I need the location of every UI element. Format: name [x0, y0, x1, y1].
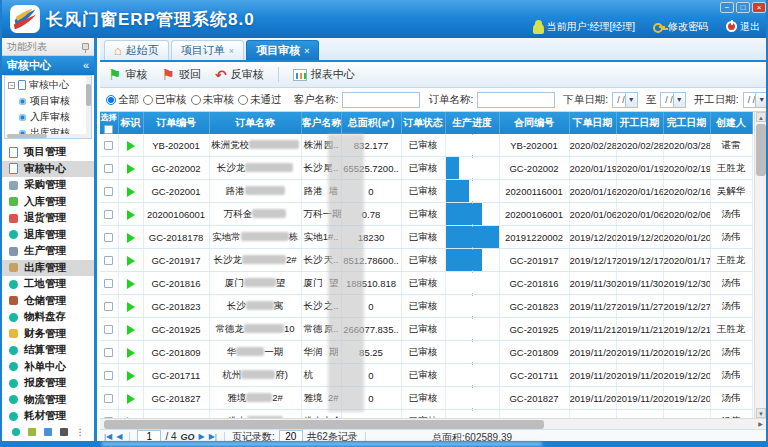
sidebar-menu-item[interactable]: 审核中心	[2, 161, 94, 178]
maximize-button[interactable]: □	[736, 2, 750, 13]
toolbar-button[interactable]: 审核	[108, 66, 147, 84]
row-checkbox[interactable]	[104, 233, 113, 242]
tree-collapse-icon[interactable]: −	[8, 82, 15, 89]
column-header[interactable]: 标识	[118, 112, 143, 134]
table-row[interactable]: GC-201816 厦门望 厦门望 188510.818 已审核 GC-2018…	[100, 272, 752, 295]
scroll-right-icon[interactable]: ▶	[756, 420, 765, 429]
vertical-scrollbar[interactable]: ▲ ▼	[754, 112, 766, 418]
tab-close-icon[interactable]: ×	[304, 46, 309, 56]
table-row[interactable]: GC-201823 长沙寓 长沙之.. 0 已审核 GC-201823 2019…	[100, 295, 752, 318]
table-row[interactable]: GC-202002 长沙龙 长沙尾.. 65525.7200.. 已审核 GC-…	[100, 157, 752, 180]
sidebar-menu-item[interactable]: 入库管理	[2, 194, 94, 211]
pen-icon[interactable]	[44, 428, 52, 436]
row-checkbox[interactable]	[104, 256, 113, 265]
column-header[interactable]: 下单日期	[569, 112, 616, 134]
radio-input[interactable]	[238, 95, 248, 105]
row-checkbox[interactable]	[104, 348, 113, 357]
row-checkbox[interactable]	[104, 210, 113, 219]
tree-horizontal-scrollbar[interactable]	[5, 134, 91, 138]
radio-input[interactable]	[143, 95, 153, 105]
sidebar-menu-item[interactable]: 物料盘存	[2, 309, 94, 326]
table-row[interactable]: YB-202001 株洲党校 株洲园.. 832.177 已审核 YB-2020…	[100, 134, 752, 157]
toolbar-button[interactable]: 驳回	[161, 66, 200, 84]
sidebar-menu-item[interactable]: 财务管理	[2, 326, 94, 343]
order-date-input[interactable]: / /▼	[612, 92, 638, 108]
go-button[interactable]: GO	[181, 432, 195, 442]
column-header[interactable]: 生产进度	[445, 112, 499, 134]
sidebar-menu-item[interactable]: 补单中心	[2, 359, 94, 376]
sidebar-menu-item[interactable]: 耗材管理	[2, 408, 94, 425]
table-row[interactable]: GC-201827 雅境2# 雅境2# 0 已审核 GC-201827 2019…	[100, 387, 752, 410]
book-icon[interactable]	[60, 428, 68, 436]
table-row[interactable]: GC-201711 杭州府) 杭 0 已审核 GC-201711 2019/11…	[100, 364, 752, 387]
tab[interactable]: ⌂ 起始页	[104, 40, 169, 60]
sidebar-menu-item[interactable]: 项目管理	[2, 144, 94, 161]
column-header[interactable]: 创建人	[710, 112, 752, 134]
sidebar-menu-item[interactable]: 采购管理	[2, 177, 94, 194]
radio-input[interactable]	[106, 95, 116, 105]
filter-radio-option[interactable]: 已审核	[143, 93, 187, 107]
chevron-down-icon[interactable]: ▼	[673, 93, 685, 107]
next-page-button[interactable]: ▶	[199, 432, 205, 441]
tab-close-icon[interactable]: ×	[229, 46, 234, 56]
tree-root-audit-center[interactable]: − 审核中心	[5, 76, 91, 93]
pin-icon[interactable]	[82, 43, 89, 50]
column-header[interactable]: 订单名称	[209, 112, 301, 134]
sidebar-menu-item[interactable]: 物流管理	[2, 392, 94, 409]
column-header[interactable]: 订单状态	[401, 112, 445, 134]
toolbar-button[interactable]: 报表中心	[278, 67, 355, 82]
row-checkbox[interactable]	[104, 279, 113, 288]
prev-page-button[interactable]: ◀	[116, 432, 122, 441]
table-row[interactable]: GC-201917 长沙龙2# 长沙天.. 8512.78600.. 已审核 G…	[100, 249, 752, 272]
close-button[interactable]: ×	[752, 2, 766, 13]
change-password-button[interactable]: 修改密码	[653, 20, 708, 34]
start-date-input[interactable]: / /▼	[743, 92, 766, 108]
sidebar-menu-item[interactable]: 报废管理	[2, 375, 94, 392]
sidebar-menu-item[interactable]: 工地管理	[2, 276, 94, 293]
table-row[interactable]: GC-201925 常德龙10 常德原.. 266077.835.. 已审核 G…	[100, 318, 752, 341]
column-header[interactable]: 开工日期	[616, 112, 663, 134]
table-row[interactable]: 20200106001 万科金 万科一期 0.78 已审核 2020010600…	[100, 203, 752, 226]
cart-icon[interactable]	[28, 428, 36, 436]
tree-item[interactable]: 项目审核	[5, 93, 91, 109]
overflow-icon[interactable]: ⋮	[76, 428, 85, 436]
sidebar-menu-item[interactable]: 生产管理	[2, 243, 94, 260]
logout-button[interactable]: 退出	[726, 20, 760, 34]
table-row[interactable]: GC-202001 路港 路港墙 0 已审核 20200116001 2020/…	[100, 180, 752, 203]
minimize-button[interactable]: −	[720, 2, 734, 13]
radio-input[interactable]	[191, 95, 201, 105]
order-name-input[interactable]	[477, 92, 555, 108]
horizontal-scrollbar[interactable]: ▶	[100, 418, 766, 429]
column-header[interactable]: 订单编号	[143, 112, 209, 134]
table-row[interactable]: GC-2018178 实地常栋 实地1#.. 18230 已审核 2019122…	[100, 226, 752, 249]
row-checkbox[interactable]	[104, 187, 113, 196]
row-checkbox[interactable]	[104, 371, 113, 380]
circle-icon[interactable]	[12, 428, 20, 436]
sidebar-menu-item[interactable]: 退库管理	[2, 227, 94, 244]
collapse-icon[interactable]: «	[83, 56, 89, 75]
table-row[interactable]: GC-201809 华一期 华润期 85.25 已审核 GC-201809 20…	[100, 341, 752, 364]
table-row[interactable]: GC-201815 佛山 佛山中仓库 2626 已审核 GC-201815 20…	[100, 410, 752, 419]
scroll-down-icon[interactable]: ▼	[756, 408, 766, 418]
sidebar-menu-item[interactable]: 出库管理	[2, 260, 94, 277]
row-checkbox[interactable]	[104, 141, 113, 150]
last-page-button[interactable]: ▶|	[209, 432, 217, 441]
filter-radio-option[interactable]: 未通过	[238, 93, 282, 107]
chevron-down-icon[interactable]: ▼	[755, 93, 766, 107]
column-header[interactable]: 客户名称	[301, 112, 341, 134]
customer-name-input[interactable]	[342, 92, 420, 108]
sidebar-menu-item[interactable]: 结算管理	[2, 342, 94, 359]
chevron-down-icon[interactable]: ▼	[625, 93, 637, 107]
row-checkbox[interactable]	[104, 394, 113, 403]
column-header[interactable]: 选择	[100, 112, 118, 134]
toolbar-button[interactable]: 反审核	[215, 67, 264, 83]
tab[interactable]: 项目订单 ×	[171, 40, 244, 60]
row-checkbox[interactable]	[104, 302, 113, 311]
column-header[interactable]: 总面积(㎡)	[341, 112, 401, 134]
tab[interactable]: 项目审核 ×	[246, 40, 319, 60]
sidebar-menu-item[interactable]: 退货管理	[2, 210, 94, 227]
scroll-up-icon[interactable]: ▲	[756, 112, 766, 122]
first-page-button[interactable]: |◀	[104, 432, 112, 441]
scrollbar-thumb[interactable]	[104, 420, 544, 429]
filter-radio-option[interactable]: 未审核	[191, 93, 235, 107]
